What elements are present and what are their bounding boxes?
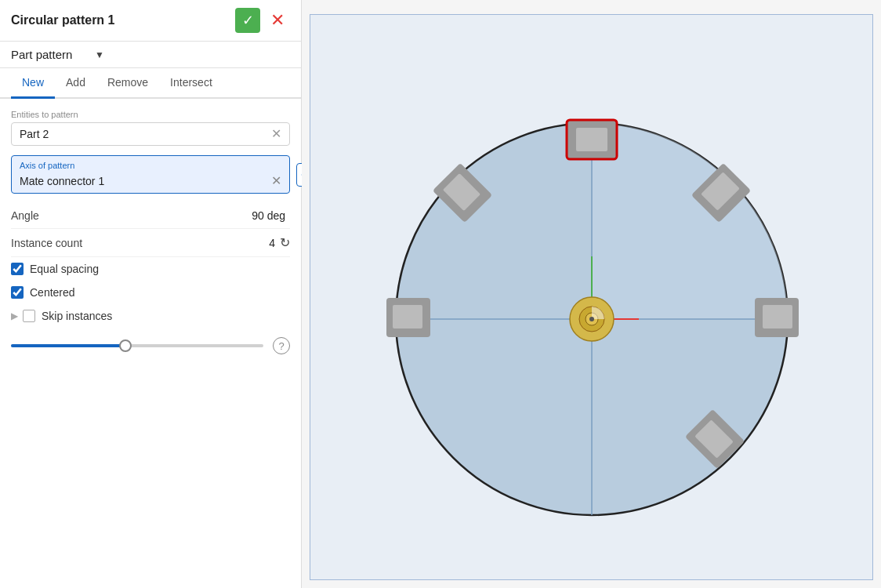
axis-label: Axis of pattern [20,161,281,170]
diagram-container [372,100,811,539]
entities-field-row[interactable]: Part 2 ✕ [11,122,290,146]
tab-new[interactable]: New [11,68,55,99]
centered-label: Centered [30,286,75,299]
pattern-type-select[interactable]: Part pattern Feature pattern Face patter… [11,48,92,61]
panel-body: Entities to pattern Part 2 ✕ Axis of pat… [0,99,301,588]
confirm-button[interactable]: ✓ [235,8,260,33]
slider-fill [11,344,125,347]
skip-checkbox[interactable] [23,310,35,322]
svg-point-9 [589,317,594,321]
dropdown-arrow-icon: ▼ [95,49,104,60]
tabs-row: New Add Remove Intersect [0,68,301,99]
instance-count-label: Instance count [11,237,269,249]
tab-add[interactable]: Add [55,68,96,99]
equal-spacing-checkbox[interactable] [11,263,24,275]
skip-expand-icon[interactable]: ▶ [11,310,18,321]
equal-spacing-row: Equal spacing [11,257,290,281]
svg-rect-15 [763,305,792,328]
panel-header: Circular pattern 1 ✓ ✕ [0,0,301,42]
viewport [310,14,873,580]
skip-label: Skip instances [42,310,112,322]
angle-row: Angle 90 deg [11,203,290,229]
centered-row: Centered [11,281,290,304]
dropdown-row: Part pattern Feature pattern Face patter… [0,42,301,68]
slider-thumb[interactable] [119,339,132,352]
angle-label: Angle [11,209,252,222]
entities-clear-icon[interactable]: ✕ [271,128,281,140]
instance-count-row: Instance count 4 ↻ [11,229,290,257]
axis-clear-icon[interactable]: ✕ [271,173,281,188]
right-canvas[interactable]: Top [302,0,881,588]
equal-spacing-label: Equal spacing [30,263,99,275]
help-button[interactable]: ? [273,337,290,354]
centered-checkbox[interactable] [11,286,24,299]
svg-rect-11 [576,128,607,151]
svg-rect-19 [393,305,422,328]
entities-label: Entities to pattern [11,110,290,119]
tab-remove[interactable]: Remove [96,68,159,99]
panel-title: Circular pattern 1 [11,13,230,27]
refresh-button[interactable]: ↻ [280,235,290,250]
slider-track[interactable] [11,344,263,347]
axis-field-group[interactable]: Axis of pattern Mate connector 1 ✕ [11,155,290,194]
slider-row: ? [11,328,290,361]
entities-field-group: Entities to pattern Part 2 ✕ [11,110,290,146]
cancel-button[interactable]: ✕ [265,8,290,33]
tab-intersect[interactable]: Intersect [159,68,223,99]
diagram-svg [372,100,811,539]
instance-count-value: 4 [269,237,275,249]
axis-value: Mate connector 1 [20,175,271,187]
axis-field-row: Mate connector 1 ✕ [20,173,281,188]
left-panel: Circular pattern 1 ✓ ✕ Part pattern Feat… [0,0,302,588]
angle-value: 90 deg [252,209,285,222]
skip-instances-row: ▶ Skip instances [11,304,290,328]
entities-value: Part 2 [20,128,271,140]
